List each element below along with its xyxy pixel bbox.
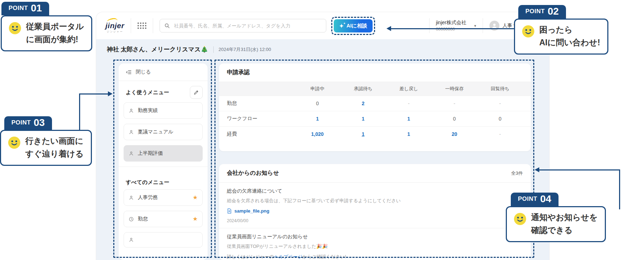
attachment-link[interactable]: sample_file.png <box>227 208 523 214</box>
all-menu-title: すべてのメニュー <box>126 179 169 186</box>
news-body-text: からご確認ください! <box>302 254 346 259</box>
point01-tab: POINT 01 <box>1 2 49 15</box>
sidebar-item-label: 上半期評価 <box>138 150 163 157</box>
column-header: 申請中 <box>295 86 340 92</box>
company-news-card: 会社からのお知らせ 全3件 総会の欠席連絡について 総会を欠席される場合は、下記… <box>219 164 531 260</box>
news-item-body-line2: 詳しくはジンジャーのヘルプページからご確認ください! <box>227 253 523 260</box>
point04-connector-line <box>539 169 620 170</box>
file-icon <box>227 208 232 214</box>
news-item-body: 総会を欠席される場合は、下記フローに基づいて必ず申請するようにしてください <box>227 197 523 205</box>
news-title: 会社からのお知らせ <box>227 169 279 177</box>
collapse-sidebar-icon <box>126 69 132 75</box>
employee-search <box>160 19 326 32</box>
app-window: jinjer ジンジャー ✦ AIに相談 <box>96 12 549 260</box>
point-number: 03 <box>33 118 45 128</box>
count-cell: 0 <box>432 116 477 122</box>
approvals-header: 申請承認 <box>219 63 531 82</box>
search-input[interactable] <box>173 23 322 29</box>
count-cell-link[interactable]: 1 <box>340 116 386 122</box>
sidebar-item-label: 勤怠 <box>138 216 148 222</box>
logo-text: jinjer <box>105 22 124 29</box>
point03-tab: POINT 03 <box>4 116 52 130</box>
point-label: POINT <box>525 8 545 15</box>
point-label: POINT <box>11 119 31 126</box>
point04-body: 通知やお知らせを 確認できる <box>506 206 606 242</box>
sidebar: 閉じる よく使うメニュー 勤務実績 <box>119 63 208 260</box>
news-body-text: 詳しくはジンジャーの <box>227 254 274 259</box>
count-cell-link[interactable]: 1 <box>386 116 431 122</box>
approvals-table-header: 申請中 承認待ち 差し戻し 一時保存 回覧待ち <box>219 82 531 96</box>
sidebar-item-label: 稟議マニュアル <box>138 129 173 135</box>
point02-tab: POINT 02 <box>518 5 566 19</box>
favorite-star-icon[interactable]: ★ <box>193 195 198 200</box>
sidebar-item-partial[interactable] <box>124 232 203 248</box>
point04-arrowhead <box>535 167 539 172</box>
count-cell: - <box>432 101 477 106</box>
sidebar-item-work-record[interactable]: 勤務実績 <box>124 102 203 119</box>
news-header: 会社からのお知らせ 全3件 <box>219 164 531 183</box>
chevron-down-icon[interactable]: ▾ <box>474 24 476 28</box>
count-cell: - <box>477 101 523 106</box>
sidebar-item-first-half-eval[interactable]: 上半期評価 <box>124 145 203 162</box>
point-number: 02 <box>547 6 559 16</box>
clock-icon <box>129 216 134 222</box>
count-cell-link[interactable]: 1 <box>295 116 340 122</box>
greeting-bar: 神社 太郎さん、メリークリスマス🎄 2024年7月31日(水) 12:00 <box>107 45 271 53</box>
collapse-sidebar-label: 閉じる <box>136 69 151 75</box>
sidebar-item-attendance[interactable]: 勤怠 ★ <box>124 211 203 227</box>
greeting-separator <box>213 46 214 53</box>
point-label: POINT <box>9 5 28 12</box>
favorite-star-icon[interactable]: ★ <box>193 216 198 222</box>
table-row-attendance: 勤怠 0 2 - - - <box>219 96 531 111</box>
person-icon <box>129 195 134 200</box>
callout-point-02: POINT 02 困ったら AIに問い合わせ! <box>514 5 608 55</box>
edit-favorites-button[interactable] <box>190 86 203 99</box>
news-item-title: 従業員画面リニューアルのお知らせ <box>227 234 523 240</box>
table-row-workflow: ワークフロー 1 1 1 0 0 <box>219 111 531 126</box>
help-page-link[interactable]: ヘルプページ <box>274 254 302 259</box>
person-icon <box>129 108 134 113</box>
screenshot-stage: jinjer ジンジャー ✦ AIに相談 <box>0 0 644 260</box>
point-number: 01 <box>31 3 42 13</box>
count-cell-link[interactable]: 1,020 <box>295 131 340 137</box>
smiley-icon <box>9 22 21 34</box>
callout-text-line: 通知やお知らせを <box>531 211 598 224</box>
ask-ai-button[interactable]: ✦ AIに相談 <box>334 19 373 32</box>
company-name: jinjer株式会社 <box>436 20 467 26</box>
jinjer-logo[interactable]: jinjer ジンジャー <box>105 18 124 34</box>
row-label: 勤怠 <box>227 100 295 107</box>
news-list-item[interactable]: 従業員画面リニューアルのお知らせ 従業員画面TOPがリニューアルされました🎉🎉 … <box>219 228 531 260</box>
sparkle-icon: ✦ <box>339 23 344 29</box>
point02-arrowhead <box>386 26 391 31</box>
company-code: 00000000 <box>436 27 467 32</box>
column-header: 回覧待ち <box>477 86 523 92</box>
point03-arrowhead <box>108 91 113 96</box>
person-icon <box>129 129 134 135</box>
header-divider <box>153 18 153 33</box>
person-icon <box>129 237 134 243</box>
news-list-item[interactable]: 総会の欠席連絡について 総会を欠席される場合は、下記フローに基づいて必ず申請する… <box>219 183 531 228</box>
row-label: ワークフロー <box>227 116 295 122</box>
callout-text-line: 行きたい画面に <box>25 135 84 148</box>
column-header: 一時保存 <box>432 86 477 92</box>
count-cell-link[interactable]: 2 <box>340 101 386 106</box>
sidebar-item-ringi-manual[interactable]: 稟議マニュアル <box>124 124 203 140</box>
column-header: 差し戻し <box>386 86 431 92</box>
count-cell: - <box>386 101 431 106</box>
callout-text-line: AIに問い合わせ! <box>539 36 600 49</box>
favorites-section-header: よく使うメニュー <box>119 81 208 102</box>
count-cell-link[interactable]: 20 <box>432 131 477 137</box>
ai-button-annotation-frame: ✦ AIに相談 <box>331 17 375 35</box>
count-cell-link[interactable]: 1 <box>386 131 431 137</box>
attachment-name: sample_file.png <box>234 208 269 214</box>
smiley-icon <box>522 25 534 37</box>
app-launcher-icon[interactable] <box>137 22 146 29</box>
sidebar-collapse-button[interactable]: 閉じる <box>119 63 208 81</box>
news-item-body: 従業員画面TOPがリニューアルされました🎉🎉 <box>227 243 523 250</box>
count-cell-link[interactable]: 1 <box>340 131 386 137</box>
header-divider <box>483 18 483 33</box>
company-selector[interactable]: jinjer株式会社 00000000 ▾ <box>436 20 476 32</box>
person-icon <box>129 151 134 156</box>
ask-ai-label: AIに相談 <box>347 22 367 29</box>
sidebar-item-hr-labor[interactable]: 人事労務 ★ <box>124 189 203 206</box>
